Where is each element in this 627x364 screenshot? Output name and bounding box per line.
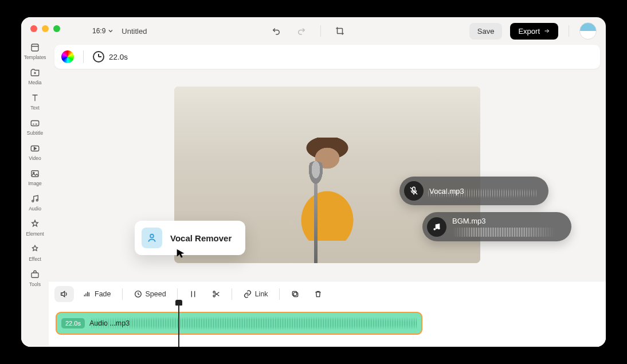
volume-button[interactable] [54,286,74,302]
svg-point-14 [213,291,215,293]
sidebar-item-audio[interactable]: Audio [23,191,47,213]
arrow-right-icon [543,28,550,34]
aspect-ratio-selector[interactable]: 16:9 [92,27,113,35]
topbar: 16:9 Untitled Save Export [49,17,606,45]
mic-muted-icon [404,181,424,201]
cursor-icon [175,248,187,260]
vocal-remover-menu-item[interactable]: Vocal Remover [135,221,245,255]
left-sidebar: Templates Media Text Subtitle Video Imag… [21,17,49,347]
effect-icon [29,244,41,255]
traffic-lights [30,25,60,32]
sidebar-item-tools[interactable]: Tools [23,267,47,289]
sidebar-item-text[interactable]: Text [23,91,47,112]
divider [320,25,321,37]
divider [83,50,84,63]
user-avatar[interactable] [579,22,597,40]
export-label: Export [518,27,540,36]
preview-mic [314,184,318,263]
close-window-button[interactable] [30,25,37,32]
maximize-window-button[interactable] [53,25,60,32]
vocal-track-label: Vocal.mp3 [429,187,464,195]
templates-icon [29,42,41,53]
subtitle-icon [29,118,41,129]
video-icon [29,143,41,154]
svg-point-8 [150,234,154,238]
vocal-track-chip: Vocal.mp3 [399,177,548,205]
element-icon [29,218,41,230]
duration-value: 22.0s [109,53,128,61]
fade-button[interactable]: Fade [77,286,116,302]
sidebar-item-subtitle[interactable]: Subtitle [23,116,47,138]
sidebar-item-label: Element [26,231,44,237]
sidebar-item-element[interactable]: Element [23,217,47,238]
waveform-icon [452,228,555,237]
sidebar-item-image[interactable]: Image [23,166,47,188]
split-button[interactable] [183,286,203,302]
audio-icon [29,193,41,205]
person-icon [142,228,162,248]
undo-button[interactable] [268,22,285,40]
canvas-subbar: 22.0s [54,45,600,69]
color-picker[interactable] [61,50,74,63]
sidebar-item-label: Text [30,105,40,111]
clip-duration-badge: 22.0s [61,318,85,328]
clip-filename: Audio ...mp3 [89,319,130,327]
sidebar-item-video[interactable]: Video [23,141,47,163]
svg-point-10 [433,228,436,230]
svg-point-13 [213,295,215,296]
sidebar-item-label: Image [28,181,42,186]
svg-point-6 [36,199,38,201]
divider [569,25,569,37]
divider [177,288,178,300]
divider [232,288,232,300]
svg-rect-1 [31,121,39,126]
link-label: Link [255,290,268,298]
vocal-remover-label: Vocal Remover [170,233,232,243]
save-button[interactable]: Save [469,23,503,40]
divider [279,288,280,300]
project-title[interactable]: Untitled [122,27,147,36]
chevron-down-icon [108,28,113,34]
timeline[interactable]: 22.0s Audio ...mp3 [49,306,606,347]
svg-rect-15 [293,292,297,296]
fade-label: Fade [95,290,111,298]
bgm-track-chip: BGM.mp3 [422,212,571,241]
clip-waveform [91,316,418,330]
svg-rect-0 [32,44,38,51]
audio-clip[interactable]: 22.0s Audio ...mp3 [56,312,422,335]
cut-button[interactable] [206,286,226,302]
sidebar-item-media[interactable]: Media [23,65,47,87]
delete-button[interactable] [308,286,328,302]
divider [122,288,123,300]
duplicate-button[interactable] [285,286,305,302]
svg-rect-16 [292,291,296,295]
svg-rect-3 [32,171,38,177]
crop-button[interactable] [331,22,348,40]
redo-button[interactable] [293,22,310,40]
sidebar-item-label: Effect [29,256,41,262]
export-button[interactable]: Export [510,23,558,40]
media-icon [29,67,41,79]
sidebar-item-label: Tools [29,281,41,287]
playhead[interactable] [178,304,179,347]
image-icon [29,168,41,179]
svg-point-11 [438,227,440,229]
app-window: Templates Media Text Subtitle Video Imag… [21,17,606,347]
link-button[interactable]: Link [238,286,273,302]
svg-rect-7 [32,273,38,277]
sidebar-item-label: Video [29,155,41,161]
aspect-ratio-value: 16:9 [92,27,105,35]
sidebar-item-label: Audio [29,206,41,212]
tools-icon [29,269,41,280]
timeline-toolbar: Fade Speed Link [49,281,606,306]
clock-icon [93,51,104,62]
duration-display: 22.0s [93,51,128,62]
canvas-area: Vocal Remover Vocal.mp3 BGM.mp3 [49,69,606,281]
music-note-icon [427,217,446,237]
sidebar-item-templates[interactable]: Templates [23,40,47,62]
text-icon [29,92,41,104]
sidebar-item-effect[interactable]: Effect [23,242,47,264]
speed-label: Speed [146,290,166,298]
minimize-window-button[interactable] [42,25,49,32]
speed-button[interactable]: Speed [128,286,171,302]
